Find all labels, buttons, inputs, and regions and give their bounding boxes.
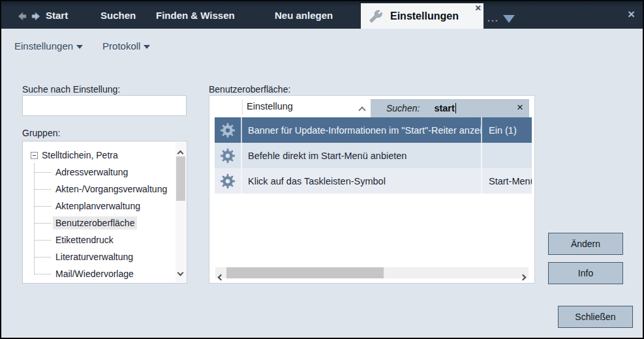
table-rows: Banner für Update-Informationen im "Star… [215,117,532,194]
nav-arrows [17,11,41,22]
setting-name: Befehle direkt im Start-Menü anbieten [242,143,481,168]
text-cursor [455,103,456,113]
collapse-icon[interactable] [31,152,38,159]
tab-ribbon: Start Suchen Finden & Wissen Neu anlegen… [1,1,643,29]
tab-suchen[interactable]: Suchen [100,1,136,29]
tree-item-label: Literaturverwaltung [53,250,136,263]
menu-einstellungen[interactable]: Einstellungen [14,40,83,52]
tree-item-mail-wiedervorlage[interactable]: Mail/Wiedervorlage [23,265,176,282]
groups-tree: Stelltdichein, Petra Adressverwaltung Ak… [22,141,187,284]
tree-item-akten-vorgangsverwaltung[interactable]: Akten-/Vorgangsverwaltung [23,181,176,198]
table-search-value[interactable]: start [434,103,454,113]
column-header-einstellung[interactable]: Einstellung [247,101,293,111]
tab-neu-anlegen[interactable]: Neu anlegen [275,1,333,29]
tree-item-label: Mail/Wiedervorlage [53,267,136,280]
active-tab-label: Einstellungen [390,10,459,22]
scrollbar-thumb[interactable] [226,267,384,278]
tree-item-literaturverwaltung[interactable]: Literaturverwaltung [23,248,176,265]
setting-value [481,143,532,168]
tab-start[interactable]: Start [46,1,68,29]
tree-item-label: Adressverwaltung [53,166,130,179]
tree-item-label: Etikettendruck [53,233,116,246]
menubar: Einstellungen Protokoll [14,40,150,52]
tree-item-adressverwaltung[interactable]: Adressverwaltung [23,164,176,181]
scroll-right-icon[interactable] [521,271,525,282]
scroll-down-icon[interactable] [178,266,183,278]
tree-item-label: Benutzeroberfläche [53,216,137,229]
table-row-banner-update[interactable]: Banner für Update-Informationen im "Star… [215,117,532,143]
table-header[interactable]: Einstellung Suchen: start × [209,96,534,117]
tree-root-item[interactable]: Stelltdichein, Petra [23,147,176,164]
setting-value: Start-Menü [481,168,532,194]
tree-item-etikettendruck[interactable]: Etikettendruck [23,231,176,248]
table-row-befehle-startmenu[interactable]: Befehle direkt im Start-Menü anbieten [215,143,532,168]
menu-protokoll-label: Protokoll [102,40,140,52]
table-row-klick-taskleiste[interactable]: Klick auf das Taskleisten-Symbol Start-M… [215,168,532,194]
schliessen-button[interactable]: Schließen [558,306,633,328]
info-button[interactable]: Info [548,262,623,284]
aendern-button[interactable]: Ändern [548,233,623,255]
search-setting-input[interactable] [22,95,187,116]
window-close-icon[interactable]: × [628,7,635,22]
table-horizontal-scrollbar[interactable] [215,267,529,278]
settings-window: Start Suchen Finden & Wissen Neu anlegen… [0,0,644,339]
setting-name: Banner für Update-Informationen im "Star… [242,117,481,143]
tab-finden-wissen[interactable]: Finden & Wissen [156,1,235,29]
sort-ascending-icon [360,104,365,115]
gear-icon [215,143,242,168]
table-search-overlay[interactable]: Suchen: start × [371,99,529,117]
menu-protokoll[interactable]: Protokoll [102,40,150,52]
back-arrow-icon[interactable] [17,11,28,22]
gear-icon [215,168,242,194]
tree-item-label: Aktenplanverwaltung [53,199,143,213]
setting-name: Klick auf das Taskleisten-Symbol [242,168,481,194]
tree-item-aktenplanverwaltung[interactable]: Aktenplanverwaltung [23,198,176,214]
chevron-down-icon [76,45,83,49]
tree-item-label: Akten-/Vorgangsverwaltung [53,183,170,196]
gear-icon [215,117,242,143]
table-search-label: Suchen: [386,103,420,113]
tab-einstellungen-active[interactable]: Einstellungen × [361,3,483,29]
chevron-down-icon [144,45,150,49]
tab-close-icon[interactable]: × [475,2,481,13]
groups-label: Gruppen: [22,128,60,138]
tree-item-benutzeroberflaeche[interactable]: Benutzeroberfläche [23,214,176,231]
tab-dropdown-icon[interactable] [503,15,515,23]
tab-overflow-dots: ... [487,13,499,23]
search-setting-label: Suche nach Einstellung: [22,84,120,95]
header-column-divider [242,100,243,115]
settings-table: Einstellung Suchen: start × Banner für U… [209,95,535,284]
scrollbar-thumb[interactable] [176,156,185,201]
scroll-left-icon[interactable] [219,271,223,282]
wrench-icon [369,10,382,23]
tree-root-label: Stelltdichein, Petra [42,150,118,160]
table-title: Benutzeroberfläche: [209,84,290,95]
forward-arrow-icon[interactable] [30,11,41,22]
menu-einstellungen-label: Einstellungen [14,40,73,52]
tree-vertical-scrollbar[interactable] [176,142,186,282]
clear-search-icon[interactable]: × [517,101,523,114]
setting-value: Ein (1) [481,117,532,143]
